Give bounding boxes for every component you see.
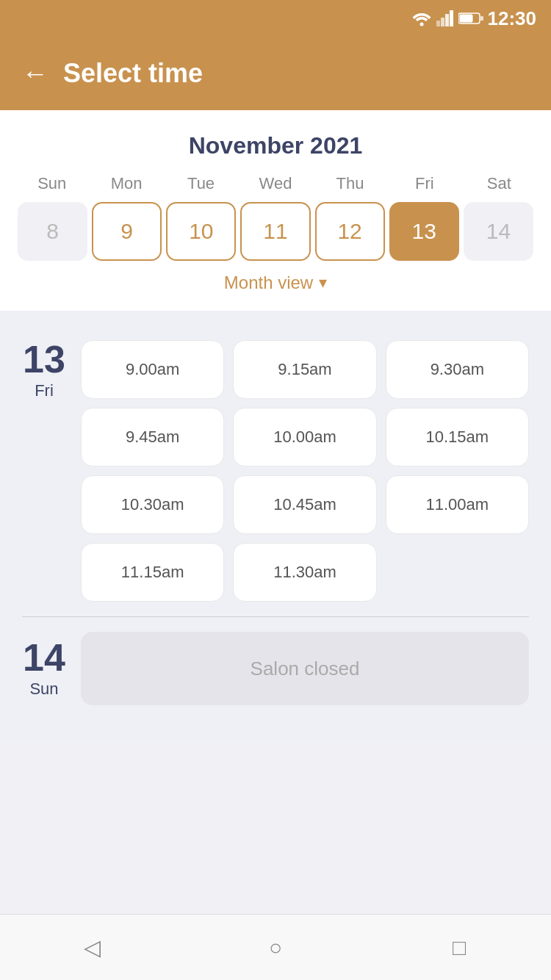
month-title: November 2021 [15,132,536,159]
month-view-toggle[interactable]: Month view ▾ [15,261,536,296]
weekday-tue: Tue [164,174,238,193]
slots-area: 13 Fri 9.00am 9.15am 9.30am 9.45am 10.00… [0,311,551,742]
nav-back-icon: ◁ [84,934,101,960]
date-14[interactable]: 14 [464,202,533,261]
weekday-sun: Sun [15,174,89,193]
bottom-nav: ◁ ○ □ [0,914,551,980]
month-view-label: Month view [224,273,313,293]
battery-icon [458,12,483,25]
svg-rect-1 [436,21,440,26]
day-13-name: Fri [35,381,54,400]
slot-930am[interactable]: 9.30am [386,340,529,399]
slot-1045am[interactable]: 10.45am [233,475,376,534]
slot-1030am[interactable]: 10.30am [81,475,224,534]
svg-rect-2 [441,18,444,26]
svg-rect-3 [445,14,449,26]
weekday-sat: Sat [462,174,536,193]
salon-closed-box: Salon closed [81,632,529,705]
weekday-row: Sun Mon Tue Wed Thu Fri Sat [15,174,536,193]
day-14-number: 14 [23,638,65,677]
calendar-section: November 2021 Sun Mon Tue Wed Thu Fri Sa… [0,110,551,311]
slot-900am[interactable]: 9.00am [81,340,224,399]
date-13[interactable]: 13 [389,202,459,261]
chevron-down-icon: ▾ [319,273,327,292]
nav-back-button[interactable]: ◁ [70,926,114,970]
signal-icon [436,10,454,26]
date-12[interactable]: 12 [315,202,385,261]
day-13-label: 13 Fri [22,340,66,400]
slot-915am[interactable]: 9.15am [233,340,376,399]
back-button[interactable]: ← [22,60,48,87]
date-9[interactable]: 9 [92,202,162,261]
salon-closed-label: Salon closed [251,657,360,680]
nav-recents-icon: □ [453,935,466,960]
slot-1000am[interactable]: 10.00am [233,408,376,466]
weekday-mon: Mon [89,174,163,193]
svg-rect-6 [459,15,472,23]
slot-1100am[interactable]: 11.00am [386,475,529,534]
header-title: Select time [63,58,203,89]
date-10[interactable]: 10 [166,202,236,261]
slot-1115am[interactable]: 11.15am [81,543,224,602]
day-13-time-grid: 9.00am 9.15am 9.30am 9.45am 10.00am 10.1… [81,340,529,602]
weekday-wed: Wed [238,174,312,193]
weekday-thu: Thu [313,174,387,193]
status-bar: 12:30 [0,0,551,37]
date-row: 8 9 10 11 12 13 14 [15,202,536,261]
day-14-section: 14 Sun Salon closed [15,617,536,720]
date-11[interactable]: 11 [240,202,310,261]
svg-rect-4 [450,10,453,26]
weekday-fri: Fri [387,174,461,193]
status-icons: 12:30 [411,7,537,30]
status-time: 12:30 [488,7,537,30]
nav-recents-button[interactable]: □ [437,926,481,970]
svg-rect-7 [480,16,483,21]
day-14-name: Sun [29,680,58,699]
nav-home-button[interactable]: ○ [253,926,298,970]
slot-945am[interactable]: 9.45am [81,408,224,466]
day-14-label: 14 Sun [22,638,66,699]
nav-home-icon: ○ [269,935,282,960]
day-13-section: 13 Fri 9.00am 9.15am 9.30am 9.45am 10.00… [15,325,536,616]
date-8[interactable]: 8 [18,202,87,261]
wifi-icon [411,10,432,26]
svg-point-0 [419,23,423,26]
day-13-number: 13 [23,340,65,378]
slot-1015am[interactable]: 10.15am [386,408,529,466]
slot-1130am[interactable]: 11.30am [233,543,376,602]
header: ← Select time [0,37,551,110]
